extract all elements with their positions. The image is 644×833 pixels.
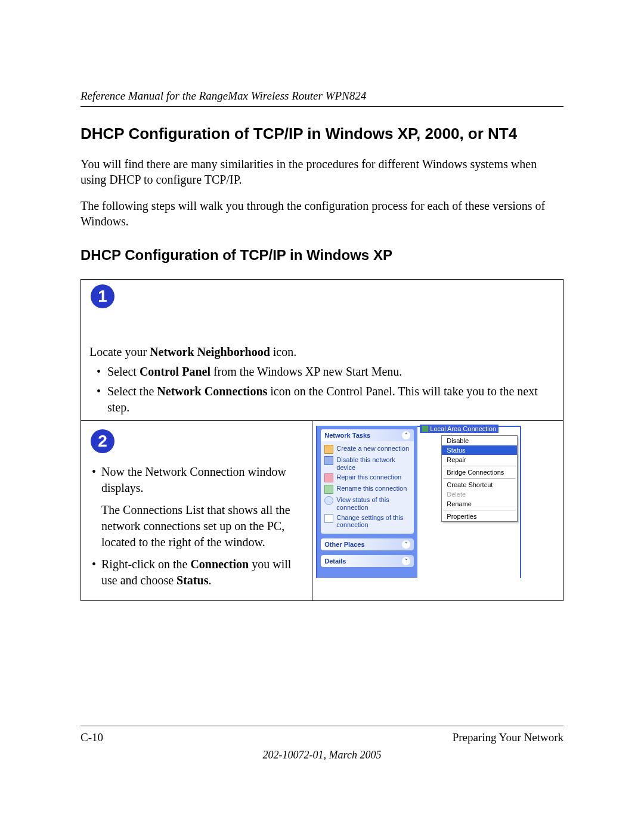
menu-separator	[443, 478, 516, 479]
xp-section-title: Network Tasks	[324, 432, 370, 439]
xp-section-title: Details	[324, 558, 346, 565]
text: Right-click on the	[101, 558, 190, 571]
link-label: Disable this network device	[336, 456, 410, 471]
text: from the Windows XP new Start Menu.	[210, 365, 402, 378]
xp-side-pane: Network Tasks ˄ Create a new connection …	[316, 426, 417, 578]
chevron-down-icon[interactable]: ˅	[402, 540, 410, 549]
page-footer: C-10 Preparing Your Network 202-10072-01…	[80, 726, 564, 761]
text: Locate your	[89, 345, 150, 358]
xp-task-link[interactable]: Create a new connection	[324, 444, 410, 455]
menu-item-status[interactable]: Status	[442, 445, 517, 455]
text: Select the	[107, 385, 157, 398]
xp-task-link[interactable]: Change settings of this connection	[324, 513, 410, 530]
bold-term: Status	[177, 574, 208, 587]
running-header: Reference Manual for the RangeMax Wirele…	[80, 89, 564, 107]
text: Now the Network Connection window displa…	[101, 465, 286, 494]
paragraph: The following steps will walk you throug…	[80, 198, 564, 229]
page-number: C-10	[80, 731, 103, 744]
link-label: Change settings of this connection	[336, 514, 410, 529]
view-status-icon	[324, 496, 333, 505]
link-label: Create a new connection	[336, 445, 409, 453]
menu-item-rename[interactable]: Rename	[442, 499, 517, 509]
paragraph: You will find there are many similaritie…	[80, 156, 564, 187]
link-label: Rename this connection	[336, 485, 407, 493]
network-icon	[422, 426, 428, 432]
xp-section-header[interactable]: Other Places ˅	[321, 538, 414, 550]
xp-screenshot: Network Tasks ˄ Create a new connection …	[316, 426, 559, 578]
chevron-up-icon[interactable]: ˄	[402, 431, 410, 439]
text: Select	[107, 365, 140, 378]
xp-section-header[interactable]: Network Tasks ˄	[321, 429, 414, 441]
link-label: Repair this connection	[336, 473, 401, 481]
text: icon.	[270, 345, 296, 358]
bold-term: Network Neighborhood	[150, 345, 270, 358]
rename-icon	[324, 485, 333, 494]
chapter-title: Preparing Your Network	[453, 731, 564, 744]
connection-item[interactable]: Local Area Connection	[420, 425, 499, 433]
xp-task-link[interactable]: Disable this network device	[324, 455, 410, 472]
xp-task-link[interactable]: View status of this connection	[324, 495, 410, 512]
menu-item-disable[interactable]: Disable	[442, 436, 517, 445]
doc-revision: 202-10072-01, March 2005	[80, 749, 564, 761]
xp-content-pane: Local Area Connection Disable Status Rep…	[417, 426, 521, 578]
settings-icon	[324, 514, 333, 523]
bold-term: Network Connections	[157, 385, 267, 398]
bold-term: Connection	[190, 558, 249, 571]
menu-item-shortcut[interactable]: Create Shortcut	[442, 480, 517, 490]
repair-icon	[324, 473, 333, 482]
step-number-badge: 1	[91, 284, 114, 308]
context-menu: Disable Status Repair Bridge Connections…	[441, 435, 518, 522]
section-heading-sub: DHCP Configuration of TCP/IP in Windows …	[80, 247, 564, 264]
list-item: Select the Network Connections icon on t…	[89, 383, 555, 416]
chevron-down-icon[interactable]: ˅	[402, 557, 410, 565]
xp-task-link[interactable]: Repair this connection	[324, 472, 410, 484]
menu-separator	[443, 510, 516, 510]
menu-item-repair[interactable]: Repair	[442, 455, 517, 465]
list-item: Now the Network Connection window displa…	[89, 464, 304, 550]
list-item: Select Control Panel from the Windows XP…	[89, 364, 555, 380]
text: .	[208, 574, 211, 587]
xp-task-link[interactable]: Rename this connection	[324, 484, 410, 495]
menu-item-properties[interactable]: Properties	[442, 512, 517, 521]
connection-label: Local Area Connection	[430, 425, 496, 432]
steps-table: 1 Locate your Network Neighborhood icon.…	[80, 279, 564, 601]
link-label: View status of this connection	[336, 496, 410, 511]
xp-section-header[interactable]: Details ˅	[321, 555, 414, 567]
bold-term: Control Panel	[140, 365, 210, 378]
new-connection-icon	[324, 445, 333, 454]
xp-section-title: Other Places	[324, 541, 364, 548]
text: The Connections List that shows all the …	[101, 502, 304, 550]
list-item: Right-click on the Connection you will u…	[89, 556, 304, 589]
menu-item-bridge[interactable]: Bridge Connections	[442, 467, 517, 477]
section-heading-main: DHCP Configuration of TCP/IP in Windows …	[80, 125, 564, 143]
menu-separator	[443, 466, 516, 466]
disable-icon	[324, 456, 333, 465]
step-number-badge: 2	[91, 429, 114, 453]
menu-item-delete: Delete	[442, 490, 517, 499]
